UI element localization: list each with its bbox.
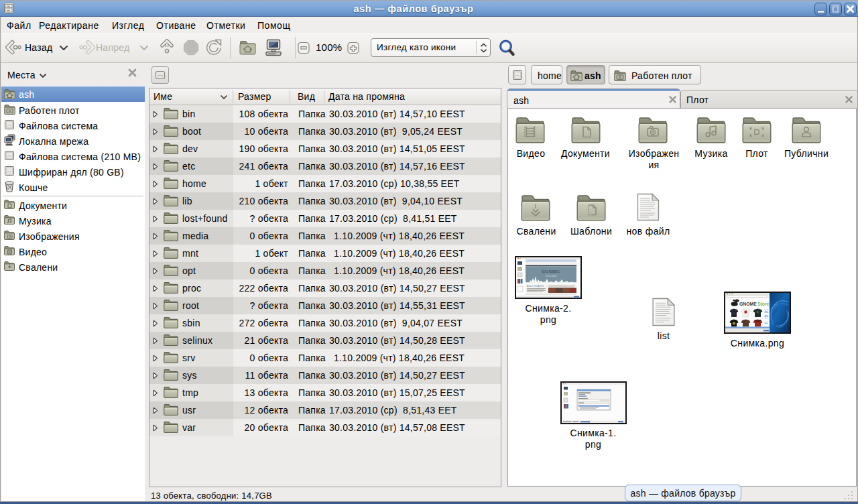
svg-text:GUADEC: GUADEC — [542, 269, 560, 273]
svg-text:GNOME: GNOME — [739, 302, 757, 306]
svg-text:29.07.2010: 29.07.2010 — [546, 275, 557, 277]
svg-text:About GUADEC: About GUADEC — [527, 285, 544, 288]
svg-text:Store: Store — [757, 302, 770, 306]
